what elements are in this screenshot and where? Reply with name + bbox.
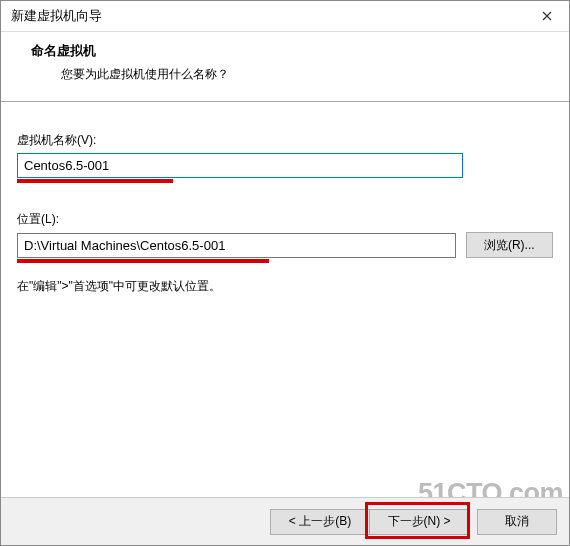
location-hint: 在"编辑">"首选项"中可更改默认位置。: [17, 278, 553, 295]
vm-name-input[interactable]: [17, 153, 463, 178]
titlebar: 新建虚拟机向导: [1, 1, 569, 32]
wizard-title: 命名虚拟机: [31, 42, 549, 60]
location-input[interactable]: [17, 233, 456, 258]
next-button[interactable]: 下一步(N) >: [369, 509, 469, 535]
wizard-header: 命名虚拟机 您要为此虚拟机使用什么名称？: [1, 32, 569, 102]
location-label: 位置(L):: [17, 211, 553, 228]
wizard-subtitle: 您要为此虚拟机使用什么名称？: [61, 66, 549, 83]
close-icon: [542, 8, 552, 24]
cancel-button[interactable]: 取消: [477, 509, 557, 535]
wizard-footer: < 上一步(B) 下一步(N) > 取消: [1, 497, 569, 545]
annotation-underline-location: [17, 259, 269, 263]
window-title: 新建虚拟机向导: [11, 8, 102, 25]
wizard-content: 虚拟机名称(V): 位置(L): 浏览(R)... 在"编辑">"首选项"中可更…: [1, 102, 569, 305]
close-button[interactable]: [524, 1, 569, 30]
vm-name-label: 虚拟机名称(V):: [17, 132, 553, 149]
back-button[interactable]: < 上一步(B): [270, 509, 370, 535]
browse-button[interactable]: 浏览(R)...: [466, 232, 553, 258]
